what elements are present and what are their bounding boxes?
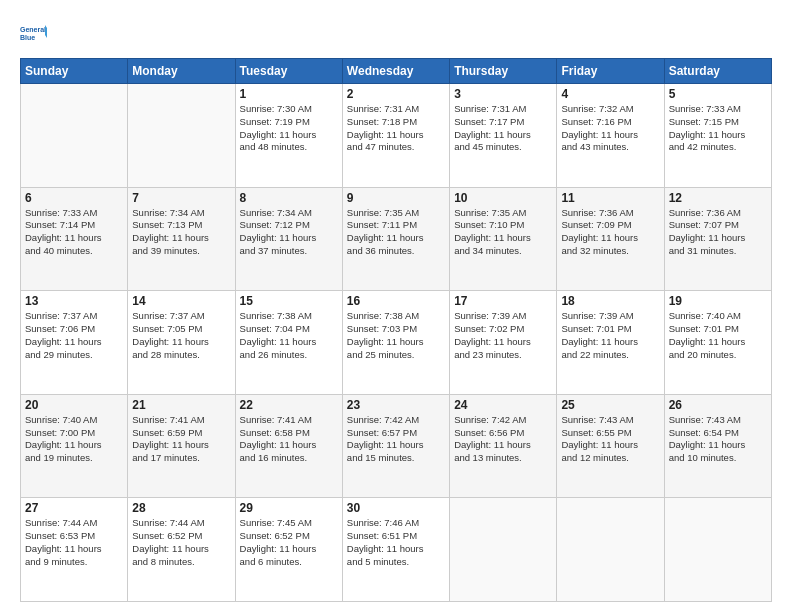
day-number: 12 bbox=[669, 191, 767, 205]
day-number: 6 bbox=[25, 191, 123, 205]
day-info: Sunrise: 7:36 AM Sunset: 7:07 PM Dayligh… bbox=[669, 207, 767, 258]
calendar-header-cell: Monday bbox=[128, 59, 235, 84]
calendar-day-cell: 11Sunrise: 7:36 AM Sunset: 7:09 PM Dayli… bbox=[557, 187, 664, 291]
calendar-day-cell: 3Sunrise: 7:31 AM Sunset: 7:17 PM Daylig… bbox=[450, 84, 557, 188]
calendar-table: SundayMondayTuesdayWednesdayThursdayFrid… bbox=[20, 58, 772, 602]
day-number: 4 bbox=[561, 87, 659, 101]
day-info: Sunrise: 7:41 AM Sunset: 6:58 PM Dayligh… bbox=[240, 414, 338, 465]
day-info: Sunrise: 7:33 AM Sunset: 7:15 PM Dayligh… bbox=[669, 103, 767, 154]
calendar-day-cell: 5Sunrise: 7:33 AM Sunset: 7:15 PM Daylig… bbox=[664, 84, 771, 188]
calendar-day-cell: 18Sunrise: 7:39 AM Sunset: 7:01 PM Dayli… bbox=[557, 291, 664, 395]
calendar-header-cell: Sunday bbox=[21, 59, 128, 84]
logo: General Blue bbox=[20, 18, 50, 48]
calendar-header-cell: Tuesday bbox=[235, 59, 342, 84]
day-info: Sunrise: 7:34 AM Sunset: 7:12 PM Dayligh… bbox=[240, 207, 338, 258]
day-number: 23 bbox=[347, 398, 445, 412]
calendar-day-cell: 29Sunrise: 7:45 AM Sunset: 6:52 PM Dayli… bbox=[235, 498, 342, 602]
day-number: 13 bbox=[25, 294, 123, 308]
day-number: 7 bbox=[132, 191, 230, 205]
calendar-day-cell: 25Sunrise: 7:43 AM Sunset: 6:55 PM Dayli… bbox=[557, 394, 664, 498]
day-number: 20 bbox=[25, 398, 123, 412]
header: General Blue bbox=[20, 18, 772, 48]
day-number: 19 bbox=[669, 294, 767, 308]
calendar-week-row: 27Sunrise: 7:44 AM Sunset: 6:53 PM Dayli… bbox=[21, 498, 772, 602]
day-number: 24 bbox=[454, 398, 552, 412]
day-number: 29 bbox=[240, 501, 338, 515]
day-info: Sunrise: 7:43 AM Sunset: 6:54 PM Dayligh… bbox=[669, 414, 767, 465]
day-info: Sunrise: 7:37 AM Sunset: 7:06 PM Dayligh… bbox=[25, 310, 123, 361]
calendar-day-cell: 26Sunrise: 7:43 AM Sunset: 6:54 PM Dayli… bbox=[664, 394, 771, 498]
day-number: 8 bbox=[240, 191, 338, 205]
day-info: Sunrise: 7:42 AM Sunset: 6:56 PM Dayligh… bbox=[454, 414, 552, 465]
svg-text:General: General bbox=[20, 26, 46, 33]
day-info: Sunrise: 7:38 AM Sunset: 7:04 PM Dayligh… bbox=[240, 310, 338, 361]
day-number: 10 bbox=[454, 191, 552, 205]
calendar-header-cell: Wednesday bbox=[342, 59, 449, 84]
day-number: 17 bbox=[454, 294, 552, 308]
day-number: 28 bbox=[132, 501, 230, 515]
day-number: 21 bbox=[132, 398, 230, 412]
day-info: Sunrise: 7:34 AM Sunset: 7:13 PM Dayligh… bbox=[132, 207, 230, 258]
day-number: 14 bbox=[132, 294, 230, 308]
calendar-day-cell: 21Sunrise: 7:41 AM Sunset: 6:59 PM Dayli… bbox=[128, 394, 235, 498]
day-info: Sunrise: 7:38 AM Sunset: 7:03 PM Dayligh… bbox=[347, 310, 445, 361]
day-number: 26 bbox=[669, 398, 767, 412]
calendar-day-cell: 28Sunrise: 7:44 AM Sunset: 6:52 PM Dayli… bbox=[128, 498, 235, 602]
day-info: Sunrise: 7:32 AM Sunset: 7:16 PM Dayligh… bbox=[561, 103, 659, 154]
day-number: 9 bbox=[347, 191, 445, 205]
day-info: Sunrise: 7:39 AM Sunset: 7:01 PM Dayligh… bbox=[561, 310, 659, 361]
calendar-day-cell: 16Sunrise: 7:38 AM Sunset: 7:03 PM Dayli… bbox=[342, 291, 449, 395]
calendar-day-cell: 20Sunrise: 7:40 AM Sunset: 7:00 PM Dayli… bbox=[21, 394, 128, 498]
calendar-day-cell: 14Sunrise: 7:37 AM Sunset: 7:05 PM Dayli… bbox=[128, 291, 235, 395]
calendar-day-cell: 9Sunrise: 7:35 AM Sunset: 7:11 PM Daylig… bbox=[342, 187, 449, 291]
day-number: 15 bbox=[240, 294, 338, 308]
calendar-week-row: 20Sunrise: 7:40 AM Sunset: 7:00 PM Dayli… bbox=[21, 394, 772, 498]
calendar-week-row: 1Sunrise: 7:30 AM Sunset: 7:19 PM Daylig… bbox=[21, 84, 772, 188]
calendar-week-row: 13Sunrise: 7:37 AM Sunset: 7:06 PM Dayli… bbox=[21, 291, 772, 395]
day-info: Sunrise: 7:40 AM Sunset: 7:00 PM Dayligh… bbox=[25, 414, 123, 465]
day-info: Sunrise: 7:42 AM Sunset: 6:57 PM Dayligh… bbox=[347, 414, 445, 465]
calendar-day-cell: 2Sunrise: 7:31 AM Sunset: 7:18 PM Daylig… bbox=[342, 84, 449, 188]
logo-svg: General Blue bbox=[20, 18, 50, 48]
calendar-day-cell bbox=[557, 498, 664, 602]
calendar-day-cell: 12Sunrise: 7:36 AM Sunset: 7:07 PM Dayli… bbox=[664, 187, 771, 291]
calendar-day-cell: 30Sunrise: 7:46 AM Sunset: 6:51 PM Dayli… bbox=[342, 498, 449, 602]
calendar-day-cell: 23Sunrise: 7:42 AM Sunset: 6:57 PM Dayli… bbox=[342, 394, 449, 498]
calendar-day-cell: 10Sunrise: 7:35 AM Sunset: 7:10 PM Dayli… bbox=[450, 187, 557, 291]
calendar-week-row: 6Sunrise: 7:33 AM Sunset: 7:14 PM Daylig… bbox=[21, 187, 772, 291]
day-info: Sunrise: 7:37 AM Sunset: 7:05 PM Dayligh… bbox=[132, 310, 230, 361]
calendar-day-cell bbox=[450, 498, 557, 602]
day-info: Sunrise: 7:39 AM Sunset: 7:02 PM Dayligh… bbox=[454, 310, 552, 361]
calendar-day-cell bbox=[128, 84, 235, 188]
calendar-day-cell bbox=[21, 84, 128, 188]
calendar-day-cell: 13Sunrise: 7:37 AM Sunset: 7:06 PM Dayli… bbox=[21, 291, 128, 395]
calendar-day-cell: 8Sunrise: 7:34 AM Sunset: 7:12 PM Daylig… bbox=[235, 187, 342, 291]
svg-text:Blue: Blue bbox=[20, 34, 35, 41]
calendar-day-cell: 27Sunrise: 7:44 AM Sunset: 6:53 PM Dayli… bbox=[21, 498, 128, 602]
day-info: Sunrise: 7:36 AM Sunset: 7:09 PM Dayligh… bbox=[561, 207, 659, 258]
calendar-day-cell: 22Sunrise: 7:41 AM Sunset: 6:58 PM Dayli… bbox=[235, 394, 342, 498]
day-info: Sunrise: 7:46 AM Sunset: 6:51 PM Dayligh… bbox=[347, 517, 445, 568]
calendar-header-cell: Saturday bbox=[664, 59, 771, 84]
day-info: Sunrise: 7:35 AM Sunset: 7:10 PM Dayligh… bbox=[454, 207, 552, 258]
calendar-header-row: SundayMondayTuesdayWednesdayThursdayFrid… bbox=[21, 59, 772, 84]
calendar-day-cell: 19Sunrise: 7:40 AM Sunset: 7:01 PM Dayli… bbox=[664, 291, 771, 395]
day-number: 25 bbox=[561, 398, 659, 412]
calendar-day-cell: 6Sunrise: 7:33 AM Sunset: 7:14 PM Daylig… bbox=[21, 187, 128, 291]
day-info: Sunrise: 7:31 AM Sunset: 7:18 PM Dayligh… bbox=[347, 103, 445, 154]
calendar-day-cell: 24Sunrise: 7:42 AM Sunset: 6:56 PM Dayli… bbox=[450, 394, 557, 498]
day-number: 16 bbox=[347, 294, 445, 308]
day-info: Sunrise: 7:33 AM Sunset: 7:14 PM Dayligh… bbox=[25, 207, 123, 258]
day-number: 2 bbox=[347, 87, 445, 101]
day-info: Sunrise: 7:43 AM Sunset: 6:55 PM Dayligh… bbox=[561, 414, 659, 465]
day-info: Sunrise: 7:45 AM Sunset: 6:52 PM Dayligh… bbox=[240, 517, 338, 568]
day-number: 30 bbox=[347, 501, 445, 515]
day-number: 11 bbox=[561, 191, 659, 205]
day-info: Sunrise: 7:44 AM Sunset: 6:52 PM Dayligh… bbox=[132, 517, 230, 568]
day-info: Sunrise: 7:41 AM Sunset: 6:59 PM Dayligh… bbox=[132, 414, 230, 465]
day-info: Sunrise: 7:30 AM Sunset: 7:19 PM Dayligh… bbox=[240, 103, 338, 154]
calendar-day-cell bbox=[664, 498, 771, 602]
day-number: 18 bbox=[561, 294, 659, 308]
day-info: Sunrise: 7:35 AM Sunset: 7:11 PM Dayligh… bbox=[347, 207, 445, 258]
day-number: 22 bbox=[240, 398, 338, 412]
